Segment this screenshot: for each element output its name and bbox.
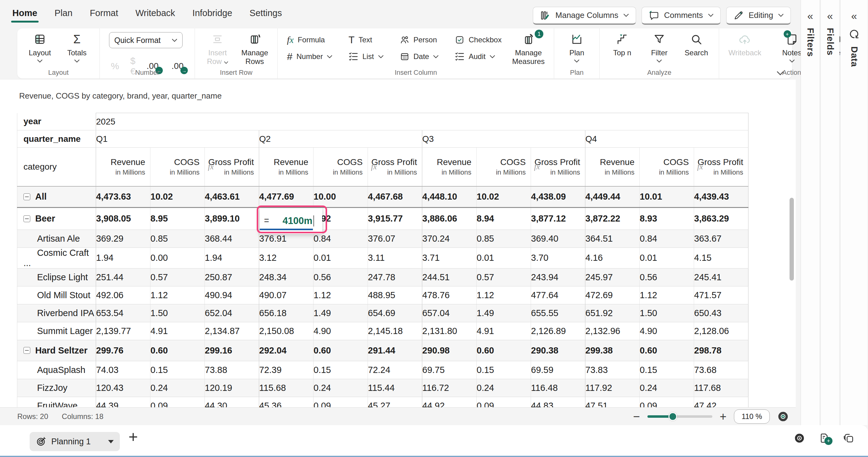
quick-format-select[interactable]: Quick Format [109, 32, 183, 48]
value-cell[interactable]: 0.84 [640, 230, 694, 247]
value-cell[interactable]: 0.09 [150, 397, 205, 407]
list-column-button[interactable]: List [348, 52, 383, 61]
value-cell[interactable]: 291.44 [368, 340, 422, 361]
expand-panel-icon[interactable]: « [807, 10, 813, 21]
top-n-button[interactable]: Top n [609, 32, 636, 63]
value-cell[interactable]: 1.50 [640, 304, 694, 322]
value-cell[interactable]: 3,915.77 [368, 207, 422, 230]
value-cell[interactable]: 243.94 [531, 268, 585, 286]
value-cell[interactable]: 4,467.68 [368, 186, 422, 207]
value-cell[interactable]: 44.30 [205, 397, 259, 407]
value-cell[interactable]: 0.09 [313, 397, 368, 407]
manage-measures-button[interactable]: 1 ManageMeasures [512, 32, 545, 65]
formula-column-button[interactable]: fxFormula [287, 35, 332, 45]
brand-row-label[interactable]: FruitWave [17, 397, 96, 407]
brand-row-label[interactable]: FizzJoy [17, 379, 96, 397]
value-cell[interactable]: 0.15 [477, 361, 531, 379]
value-cell[interactable]: 0.01 [640, 247, 694, 268]
value-cell[interactable]: 369.40 [531, 230, 585, 247]
collapse-icon[interactable] [24, 193, 30, 200]
value-cell[interactable]: 3,908.05 [96, 207, 150, 230]
manage-rows-button[interactable]: ManageRows [241, 32, 268, 65]
refresh-icon[interactable] [848, 28, 860, 39]
year-value-cell[interactable]: 2025 [96, 113, 748, 130]
zoom-out-button[interactable]: − [633, 410, 640, 422]
group-row-label[interactable]: Beer [17, 207, 96, 230]
search-button[interactable]: Search [683, 32, 710, 63]
value-cell[interactable]: 0.00 [150, 247, 205, 268]
layout-button[interactable]: Layout [27, 32, 53, 63]
value-cell[interactable]: 471.57 [694, 286, 748, 304]
panel-data[interactable]: « Data [840, 0, 868, 425]
measure-header-cell[interactable]: Revenuein Millions [585, 148, 640, 187]
value-cell[interactable]: 120.19 [205, 379, 259, 397]
date-column-button[interactable]: Date [400, 52, 439, 61]
value-cell[interactable]: 292.04 [259, 340, 313, 361]
value-cell[interactable]: 3.11 [368, 247, 422, 268]
value-cell[interactable]: 4.15 [694, 247, 748, 268]
value-cell[interactable]: 4,477.69 [259, 186, 313, 207]
add-sheet-button[interactable]: + [128, 428, 138, 446]
zoom-in-button[interactable]: + [720, 410, 726, 422]
value-cell[interactable]: 0.24 [150, 379, 205, 397]
value-cell[interactable]: 477.64 [531, 286, 585, 304]
value-cell[interactable]: 0.24 [477, 379, 531, 397]
value-cell[interactable]: 0.24 [640, 379, 694, 397]
quarter-header-cell[interactable]: Q1 [96, 130, 259, 148]
value-cell[interactable]: 10.00 [313, 186, 368, 207]
zoom-level[interactable]: 110 % [734, 409, 770, 424]
value-cell[interactable]: 299.76 [96, 340, 150, 361]
measure-header-cell[interactable]: Revenuein Millions [422, 148, 477, 187]
quarter-header-cell[interactable]: Q2 [259, 130, 422, 148]
quarter-header-cell[interactable]: Q3 [422, 130, 585, 148]
value-cell[interactable]: 10.02 [150, 186, 205, 207]
editing-mode-button[interactable]: Editing [726, 7, 791, 25]
value-cell[interactable]: 4,438.09 [531, 186, 585, 207]
collapse-icon[interactable] [24, 347, 30, 354]
value-cell[interactable]: 116.48 [531, 379, 585, 397]
brand-row-label[interactable]: Artisan Ale [17, 230, 96, 247]
value-cell[interactable]: 290.38 [531, 340, 585, 361]
value-cell[interactable]: 115.44 [368, 379, 422, 397]
value-cell[interactable]: 0.01 [313, 247, 368, 268]
value-cell[interactable]: 656.18 [259, 304, 313, 322]
panel-filters[interactable]: « Filters [801, 0, 820, 425]
value-cell[interactable]: 0.85 [477, 230, 531, 247]
value-cell[interactable]: 3.71 [422, 247, 477, 268]
person-column-button[interactable]: Person [400, 35, 439, 45]
value-cell[interactable]: 492.06 [96, 286, 150, 304]
value-cell[interactable]: 652.04 [205, 304, 259, 322]
vertical-scrollbar[interactable] [789, 198, 794, 280]
value-cell[interactable]: 4.16 [585, 247, 640, 268]
value-cell[interactable]: 0.15 [313, 361, 368, 379]
measure-header-cell[interactable]: COGSin Millions [640, 148, 694, 187]
menu-plan[interactable]: Plan [54, 6, 73, 23]
measure-header-cell[interactable]: COGSin Millions [477, 148, 531, 187]
value-cell[interactable]: 1.94 [205, 247, 259, 268]
manage-columns-button[interactable]: Manage Columns [533, 7, 636, 25]
value-cell[interactable]: 478.76 [422, 286, 477, 304]
value-cell[interactable]: 248.34 [259, 268, 313, 286]
brand-row-label[interactable]: Cosmic Craft ... [17, 247, 96, 268]
value-cell[interactable]: 2,145.18 [368, 322, 422, 340]
zoom-slider[interactable] [647, 415, 712, 418]
value-cell[interactable]: 2,126.89 [531, 322, 585, 340]
value-cell[interactable]: 8.93 [640, 207, 694, 230]
value-cell[interactable]: 3,863.29 [694, 207, 748, 230]
value-cell[interactable]: 3.70 [531, 247, 585, 268]
value-cell[interactable]: 1.12 [640, 286, 694, 304]
quarter-header-cell[interactable]: Q4 [585, 130, 748, 148]
copy-layers-icon[interactable] [843, 433, 855, 444]
value-cell[interactable]: 4,449.44 [585, 186, 640, 207]
table-settings-gear-icon[interactable] [777, 410, 789, 422]
value-cell[interactable]: 650.43 [694, 304, 748, 322]
quarter-dimension-label[interactable]: quarter_name [17, 130, 96, 148]
value-cell[interactable]: 44.39 [96, 397, 150, 407]
value-cell[interactable]: 3,877.12 [531, 207, 585, 230]
value-cell[interactable]: 0.57 [150, 268, 205, 286]
measure-header-cell[interactable]: fxGross Profitin Millions [205, 148, 259, 187]
value-cell[interactable]: 44.92 [422, 397, 477, 407]
value-cell[interactable]: 2,132.96 [585, 322, 640, 340]
brand-row-label[interactable]: Summit Lager [17, 322, 96, 340]
checkbox-column-button[interactable]: Checkbox [455, 35, 502, 45]
